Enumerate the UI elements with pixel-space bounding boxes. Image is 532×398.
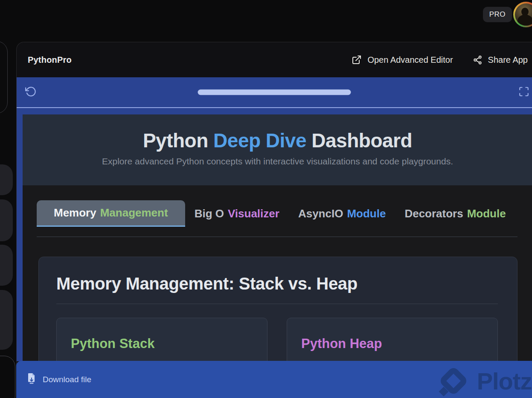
- section-heading: Memory Management: Stack vs. Heap: [56, 274, 517, 293]
- download-file-icon: [26, 373, 37, 386]
- sidebar-outline-card: [0, 41, 8, 114]
- share-app-button[interactable]: Share App: [473, 55, 528, 65]
- sidebar-item[interactable]: [0, 164, 13, 195]
- avatar[interactable]: [513, 2, 532, 27]
- header-actions: Open Advanced Editor Share App: [352, 55, 528, 65]
- python-stack-title: Python Stack: [71, 336, 267, 351]
- open-advanced-editor-button[interactable]: Open Advanced Editor: [352, 55, 453, 65]
- page-title: Python Deep Dive Dashboard: [23, 129, 532, 152]
- refresh-button[interactable]: [25, 86, 37, 99]
- tab-memory-management[interactable]: Memory Management: [37, 200, 185, 227]
- sidebar-item[interactable]: [0, 245, 13, 286]
- fullscreen-icon: [518, 86, 529, 99]
- page-subtitle: Explore advanced Python concepts with in…: [23, 156, 532, 167]
- avatar-photo: [515, 3, 532, 26]
- share-app-label: Share App: [488, 55, 528, 65]
- refresh-icon: [25, 86, 37, 99]
- external-link-icon: [352, 55, 362, 65]
- sidebar-item[interactable]: [0, 199, 13, 241]
- app-preview: Python Deep Dive Dashboard Explore advan…: [17, 108, 532, 361]
- dashboard-hero: Python Deep Dive Dashboard Explore advan…: [23, 114, 532, 185]
- tab-bar: Memory Management Big O Visualizer Async…: [37, 200, 532, 227]
- watermark-logo: [437, 364, 470, 398]
- python-stack-card: Python Stack: [56, 318, 267, 361]
- watermark-text: Plotzi: [477, 367, 532, 395]
- pro-badge: PRO: [483, 7, 512, 22]
- tabs-divider: [37, 237, 517, 237]
- fullscreen-button[interactable]: [518, 86, 529, 99]
- left-sidebar: [0, 0, 16, 398]
- section-divider: [56, 304, 498, 304]
- tab-big-o-visualizer[interactable]: Big O Visualizer: [185, 200, 289, 227]
- top-bar: PRO: [0, 0, 532, 42]
- app-window: PythonPro Open Advanced Editor: [16, 42, 532, 398]
- sidebar-outline-card: [0, 356, 15, 398]
- dashboard: Python Deep Dive Dashboard Explore advan…: [23, 114, 532, 361]
- memory-management-panel: Memory Management: Stack vs. Heap Python…: [38, 257, 517, 361]
- tab-asyncio-module[interactable]: AsyncIO Module: [289, 200, 395, 227]
- download-file-button[interactable]: Download file: [26, 373, 91, 386]
- open-advanced-editor-label: Open Advanced Editor: [367, 55, 453, 65]
- preview-toolbar: [17, 77, 532, 108]
- python-heap-card: Python Heap: [287, 318, 498, 361]
- bottom-bar: Download file Plotzi: [16, 361, 532, 398]
- tab-decorators-module[interactable]: Decorators Module: [395, 200, 515, 227]
- sidebar-item[interactable]: [0, 290, 13, 350]
- app-title: PythonPro: [28, 55, 72, 65]
- python-heap-title: Python Heap: [301, 336, 497, 351]
- app-header: PythonPro Open Advanced Editor: [17, 42, 532, 77]
- progress-bar: [198, 90, 351, 95]
- share-icon: [473, 55, 483, 65]
- download-file-label: Download file: [43, 375, 91, 384]
- stack-heap-cards: Python Stack Python Heap: [56, 318, 498, 361]
- watermark: Plotzi: [437, 364, 532, 398]
